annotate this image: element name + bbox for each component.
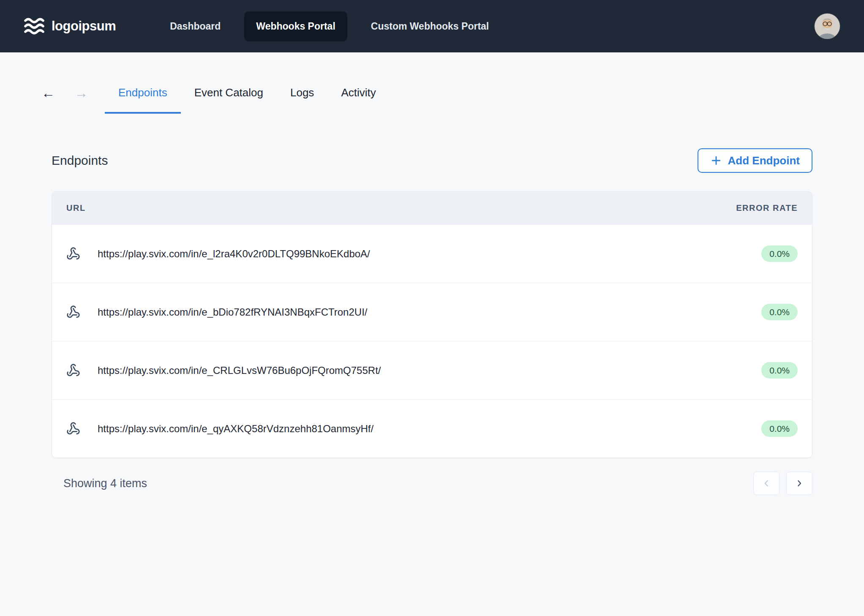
table-row[interactable]: https://play.svix.com/in/e_bDio782fRYNAI… — [52, 283, 812, 341]
table-row[interactable]: https://play.svix.com/in/e_CRLGLvsW76Bu6… — [52, 341, 812, 399]
plus-icon — [710, 155, 722, 166]
webhook-icon — [66, 363, 80, 377]
avatar-image — [815, 14, 840, 39]
error-rate-badge: 0.0% — [761, 245, 798, 262]
webhook-icon — [66, 247, 80, 261]
table-footer: Showing 4 items — [52, 472, 812, 495]
add-endpoint-label: Add Endpoint — [728, 154, 800, 167]
column-header-url: URL — [66, 203, 86, 213]
arrow-left-icon: ← — [41, 85, 55, 101]
portal-tab-bar: ← → Endpoints Event Catalog Logs Activit… — [52, 86, 812, 114]
tab-event-catalog[interactable]: Event Catalog — [181, 86, 277, 114]
table-header: URL ERROR RATE — [52, 192, 812, 224]
error-rate-badge: 0.0% — [761, 362, 798, 379]
back-button[interactable]: ← — [41, 85, 55, 101]
logo-waves-icon — [24, 17, 45, 35]
webhook-icon — [66, 305, 80, 319]
items-count: Showing 4 items — [52, 477, 147, 490]
nav-item-dashboard[interactable]: Dashboard — [158, 11, 232, 41]
webhook-icon — [66, 422, 80, 436]
error-rate-badge: 0.0% — [761, 304, 798, 320]
add-endpoint-button[interactable]: Add Endpoint — [698, 148, 812, 173]
chevron-left-icon — [761, 478, 771, 488]
logo[interactable]: logoipsum — [24, 17, 116, 35]
tab-endpoints[interactable]: Endpoints — [105, 86, 181, 114]
pagination — [753, 472, 812, 495]
tab-activity[interactable]: Activity — [327, 86, 389, 114]
next-page-button[interactable] — [786, 472, 812, 495]
top-navbar: logoipsum Dashboard Webhooks Portal Cust… — [0, 0, 864, 52]
endpoint-url: https://play.svix.com/in/e_l2ra4K0v2r0DL… — [98, 248, 370, 260]
arrow-right-icon: → — [74, 85, 88, 101]
nav-item-webhooks-portal[interactable]: Webhooks Portal — [244, 11, 347, 41]
page-title: Endpoints — [52, 153, 108, 168]
table-row[interactable]: https://play.svix.com/in/e_qyAXKQ58rVdzn… — [52, 399, 812, 458]
forward-button[interactable]: → — [74, 85, 88, 101]
endpoint-url: https://play.svix.com/in/e_CRLGLvsW76Bu6… — [98, 365, 381, 376]
logo-text: logoipsum — [52, 19, 116, 34]
chevron-right-icon — [794, 478, 804, 488]
main-content: ← → Endpoints Event Catalog Logs Activit… — [0, 86, 864, 495]
endpoint-url: https://play.svix.com/in/e_qyAXKQ58rVdzn… — [98, 423, 373, 435]
error-rate-badge: 0.0% — [761, 420, 798, 437]
user-avatar[interactable] — [814, 13, 840, 39]
endpoint-url: https://play.svix.com/in/e_bDio782fRYNAI… — [98, 306, 367, 318]
primary-nav: Dashboard Webhooks Portal Custom Webhook… — [158, 11, 501, 41]
tabs: Endpoints Event Catalog Logs Activity — [105, 86, 390, 114]
nav-item-custom-webhooks-portal[interactable]: Custom Webhooks Portal — [359, 11, 501, 41]
tab-logs[interactable]: Logs — [277, 86, 327, 114]
section-header: Endpoints Add Endpoint — [52, 148, 812, 173]
endpoints-table: URL ERROR RATE https://play.svix.com/in/… — [52, 191, 812, 458]
column-header-error-rate: ERROR RATE — [736, 203, 798, 213]
prev-page-button[interactable] — [753, 472, 780, 495]
table-row[interactable]: https://play.svix.com/in/e_l2ra4K0v2r0DL… — [52, 224, 812, 283]
